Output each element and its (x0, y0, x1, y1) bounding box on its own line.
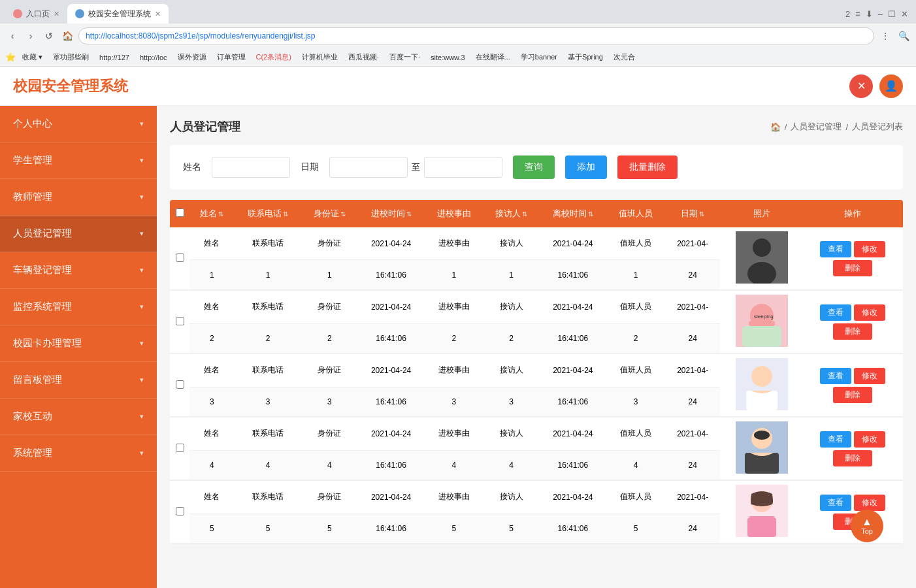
breadcrumb-level2: 人员登记列表 (852, 121, 903, 133)
bookmark-translate[interactable]: 在线翻译... (472, 51, 514, 63)
row-select-1[interactable] (176, 253, 184, 262)
bookmark-collect[interactable]: 收藏 ▾ (18, 51, 46, 63)
tab-main[interactable]: 校园安全管理系统 ✕ (67, 4, 169, 24)
forward-button[interactable]: › (24, 29, 38, 43)
bookmark-site[interactable]: site:www.3 (427, 52, 469, 63)
bookmark-graduate[interactable]: 计算机毕业 (298, 51, 342, 63)
header-photo: 照片 (720, 200, 803, 227)
window-menu-icon[interactable]: ≡ (855, 9, 860, 19)
bookmark-study[interactable]: 学习banner (517, 51, 561, 63)
sidebar-item-vehicle[interactable]: 车辆登记管理 ▾ (0, 252, 157, 289)
row-enter-time-val-2: 16:41:06 (357, 323, 425, 353)
sidebar-item-personal[interactable]: 个人中心 ▾ (0, 106, 157, 142)
row-date-val-3: 24 (665, 387, 720, 417)
sidebar-item-system[interactable]: 系统管理 ▾ (0, 435, 157, 472)
row-reason-label-4: 进校事由 (425, 417, 483, 450)
extensions-button[interactable]: ⋮ (878, 29, 892, 43)
window-down-icon[interactable]: ⬇ (866, 9, 873, 19)
window-maximize-icon[interactable]: ☐ (888, 9, 896, 19)
date-separator: 至 (412, 161, 420, 173)
sidebar-item-message[interactable]: 留言板管理 ▾ (0, 362, 157, 399)
header-name[interactable]: 姓名⇅ (189, 200, 235, 227)
header-enter-time[interactable]: 进校时间⇅ (357, 200, 425, 227)
row-photo-5 (720, 480, 803, 544)
header-icons: ✕ 👤 (849, 74, 903, 98)
header-date[interactable]: 日期⇅ (665, 200, 720, 227)
back-button[interactable]: ‹ (5, 29, 20, 43)
row-phone-label-1: 联系电话 (235, 227, 302, 260)
delete-btn-4[interactable]: 删除 (833, 450, 872, 466)
bookmark-order[interactable]: 订单管理 (213, 51, 250, 63)
bookmark-yuan[interactable]: 次元合 (610, 51, 639, 63)
bookmark-csdn[interactable]: 罩功那些刷 (49, 51, 93, 63)
row-select-3[interactable] (176, 380, 184, 389)
header-id[interactable]: 身份证⇅ (301, 200, 357, 227)
sidebar-label-teacher: 教师管理 (13, 191, 52, 203)
view-btn-2[interactable]: 查看 (820, 304, 851, 321)
edit-btn-1[interactable]: 修改 (854, 241, 885, 257)
sidebar-item-student[interactable]: 学生管理 ▾ (0, 142, 157, 179)
batch-delete-button[interactable]: 批量删除 (617, 155, 678, 179)
row-name-label-5: 姓名 (189, 480, 235, 514)
window-close-icon[interactable]: ✕ (901, 9, 908, 19)
row-date-label-3: 2021-04- (665, 353, 720, 387)
view-btn-4[interactable]: 查看 (820, 431, 851, 448)
delete-btn-1[interactable]: 删除 (833, 260, 872, 276)
bookmark-baidu[interactable]: 百度一下· (385, 51, 424, 63)
home-button[interactable]: 🏠 (60, 29, 74, 43)
bookmark-127[interactable]: http://127 (95, 52, 133, 63)
reload-button[interactable]: ↺ (42, 29, 56, 43)
header-phone[interactable]: 联系电话⇅ (235, 200, 302, 227)
sidebar-item-personnel[interactable]: 人员登记管理 ▾ (0, 216, 157, 252)
bookmark-course[interactable]: 课外资源 (174, 51, 210, 63)
view-btn-1[interactable]: 查看 (820, 241, 851, 257)
sidebar-item-monitor[interactable]: 监控系统管理 ▾ (0, 289, 157, 325)
header-leave-time[interactable]: 离校时间⇅ (539, 200, 606, 227)
sidebar-item-card[interactable]: 校园卡办理管理 ▾ (0, 325, 157, 362)
edit-btn-4[interactable]: 修改 (854, 431, 885, 448)
edit-btn-2[interactable]: 修改 (854, 304, 885, 321)
row-id-val-1: 1 (301, 260, 357, 290)
name-input[interactable] (212, 157, 290, 178)
back-to-top-button[interactable]: ▲ Top (851, 510, 883, 542)
date-range: 至 (329, 157, 502, 178)
edit-btn-3[interactable]: 修改 (854, 368, 885, 384)
delete-btn-2[interactable]: 删除 (833, 323, 872, 340)
data-table: 姓名⇅ 联系电话⇅ 身份证⇅ 进校时间⇅ 进校事由 接访人⇅ 离校时间⇅ 值班人… (170, 200, 903, 544)
breadcrumb-home[interactable]: 🏠 (770, 122, 781, 132)
row-select-5[interactable] (176, 507, 184, 515)
address-input[interactable]: http://localhost:8080/jspm2s91e/jsp/modu… (78, 27, 874, 44)
row-select-4[interactable] (176, 444, 184, 452)
row-name-label-1: 姓名 (189, 227, 235, 260)
select-all-checkbox[interactable] (176, 208, 184, 217)
edit-btn-5[interactable]: 修改 (854, 495, 885, 511)
row-enter-time-label-1: 2021-04-24 (357, 227, 425, 260)
search-button[interactable]: 查询 (513, 155, 555, 179)
row-enter-time-val-5: 16:41:06 (357, 514, 425, 544)
window-minimize-icon[interactable]: – (878, 9, 883, 19)
row-select-2[interactable] (176, 317, 184, 325)
tab-entrance-close[interactable]: ✕ (54, 10, 59, 18)
tab-entrance-label: 入口页 (26, 8, 50, 20)
search-button[interactable]: 🔍 (896, 29, 911, 43)
add-button[interactable]: 添加 (565, 155, 607, 179)
row-reason-val-5: 5 (425, 514, 483, 544)
bookmark-msg[interactable]: C(2条消息) (252, 51, 295, 63)
bookmark-spring[interactable]: 基于Spring (564, 51, 607, 63)
view-btn-3[interactable]: 查看 (820, 368, 851, 384)
sidebar-item-teacher[interactable]: 教师管理 ▾ (0, 179, 157, 216)
bookmark-loc[interactable]: http://loc (136, 52, 171, 63)
view-btn-5[interactable]: 查看 (820, 495, 851, 511)
svg-point-0 (753, 238, 771, 257)
header-user-button[interactable]: 👤 (879, 74, 903, 98)
date-end-input[interactable] (424, 157, 502, 178)
bookmark-xigua[interactable]: 西瓜视频· (344, 51, 383, 63)
tab-main-close[interactable]: ✕ (155, 10, 161, 18)
sidebar-item-family[interactable]: 家校互动 ▾ (0, 399, 157, 435)
header-visitor[interactable]: 接访人⇅ (483, 200, 540, 227)
header-close-button[interactable]: ✕ (849, 74, 873, 98)
row-id-label-1: 身份证 (301, 227, 357, 260)
date-start-input[interactable] (329, 157, 408, 178)
delete-btn-3[interactable]: 删除 (833, 387, 872, 403)
tab-entrance[interactable]: 入口页 ✕ (5, 4, 67, 24)
